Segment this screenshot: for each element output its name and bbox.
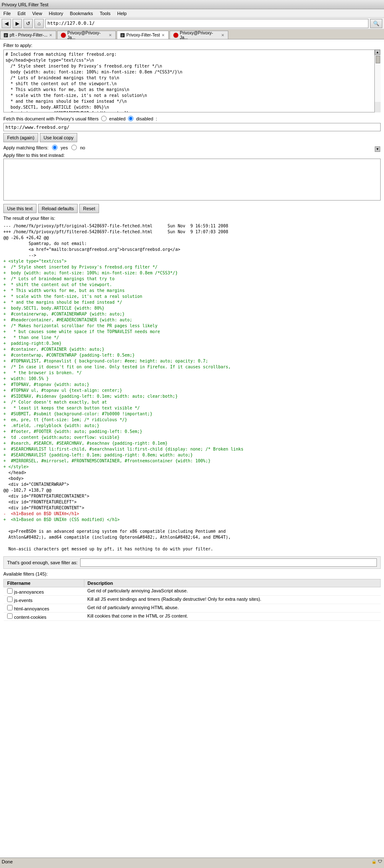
menu-help[interactable]: Help xyxy=(114,10,130,17)
menu-edit[interactable]: Edit xyxy=(14,10,29,17)
fetch-again-button[interactable]: Fetch (again) xyxy=(3,133,38,142)
available-filters-label: Available filters (145): xyxy=(3,571,381,576)
tab-1[interactable]: p pft - Privoxy-Filter-... ✕ xyxy=(0,31,56,39)
no-radio[interactable] xyxy=(71,145,77,150)
disabled-radio[interactable] xyxy=(128,116,133,121)
reset-button[interactable]: Reset xyxy=(79,204,99,213)
table-row: js-annoyancesGet rid of particularly ann… xyxy=(4,587,381,596)
url-input[interactable] xyxy=(3,123,381,131)
tabs-bar: p pft - Privoxy-Filter-... ✕ Privoxy@Pri… xyxy=(0,29,384,39)
diff-line-19: + * but causes some white space if the T… xyxy=(3,329,381,335)
use-local-copy-button[interactable]: Use local copy xyxy=(40,133,78,142)
save-input[interactable] xyxy=(80,558,377,567)
colon: : xyxy=(156,116,157,121)
reload-button[interactable]: ↺ xyxy=(24,19,33,28)
diff-line-15: + body.SECT1, body.ARTICLE {width: 80%} xyxy=(3,305,381,311)
diff-line-39: + #SEARCHNAVLIST li:first-child, #search… xyxy=(3,446,381,452)
diff-line-7: + <style type="text/css"> xyxy=(3,258,381,264)
tab-4[interactable]: Privoxy@Privoxy-Ja... ✕ xyxy=(170,31,228,39)
diff-line-36: + #footer, #FOOTER {width: auto; padding… xyxy=(3,429,381,435)
tab-icon-3: p xyxy=(120,33,125,37)
table-row: content-cookiesKill cookies that come in… xyxy=(4,613,381,621)
diff-line-20: + * than one line */ xyxy=(3,335,381,341)
filter-text-area[interactable] xyxy=(3,159,381,201)
diff-line-46: @@ -102,7 +138,7 @@ xyxy=(3,487,381,493)
reload-defaults-button[interactable]: Reload defaults xyxy=(38,204,78,213)
status-bar: Done 🔒 🛡 xyxy=(0,858,384,865)
tab-close-4[interactable]: ✕ xyxy=(221,33,225,37)
menu-view[interactable]: View xyxy=(29,10,46,17)
disabled-label: disabled xyxy=(136,116,153,121)
tab-label-3: Privoxy-Filter-Test xyxy=(126,33,160,37)
diff-line-3: @@ -26,6 +26,42 @@ xyxy=(3,235,381,241)
scroll-down-btn[interactable]: ▼ xyxy=(375,146,380,152)
address-input[interactable] xyxy=(47,21,366,26)
filter-checkbox-0[interactable] xyxy=(7,588,13,594)
apply-filters-row: Apply matching filters: yes no xyxy=(3,145,381,150)
code-line-6: * shift the content out of the viewport.… xyxy=(5,81,374,87)
diff-line-25: + /* In case it doesn't fit on one line.… xyxy=(3,364,381,370)
diff-line-47: <div id="FRONTFEATURECONTAINER"> xyxy=(3,493,381,499)
filter-code-box[interactable]: # Included from matching filter freebsd.… xyxy=(3,50,381,112)
tab-close-3[interactable]: ✕ xyxy=(162,33,165,37)
diff-output: --- /home/fk/privoxy/pft/original-542869… xyxy=(3,223,381,552)
diff-line-11: + * shift the content out of the viewpor… xyxy=(3,282,381,288)
filter-checkbox-2[interactable] xyxy=(7,605,13,610)
filter-description-cell: Kill cookies that come in the HTML or JS… xyxy=(84,613,380,621)
tab-3[interactable]: p Privoxy-Filter-Test ✕ xyxy=(117,31,169,39)
diff-line-38: + #search, #SEARCH, #SEARCHNAV, #seachna… xyxy=(3,441,381,446)
title-text: Privoxy URL Filter Test xyxy=(2,2,48,7)
filter-description-cell: Kill all JS event bindings and timers (R… xyxy=(84,596,380,604)
menu-tools[interactable]: Tools xyxy=(97,10,114,17)
filter-name: content-cookies xyxy=(14,615,47,620)
tab-label-1: pft - Privoxy-Filter-... xyxy=(10,33,47,37)
diff-line-1: --- /home/fk/privoxy/pft/original-542869… xyxy=(3,223,381,229)
menu-history[interactable]: History xyxy=(45,10,66,17)
code-line-9: * and the margins should be fixed instea… xyxy=(5,99,374,104)
filter-name-cell: js-annoyances xyxy=(4,587,84,596)
diff-line-43: </head> xyxy=(3,470,381,476)
diff-line-52 xyxy=(3,523,381,529)
filter-name-cell: js-events xyxy=(4,596,84,604)
menu-bar: File Edit View History Bookmarks Tools H… xyxy=(0,9,384,18)
action-buttons-row: Use this text Reload defaults Reset xyxy=(3,204,381,213)
diff-line-32: + * least it keeps the search button tex… xyxy=(3,405,381,411)
yes-radio[interactable] xyxy=(52,145,57,150)
tab-label-4: Privoxy@Privoxy-Ja... xyxy=(180,31,219,39)
menu-bookmarks[interactable]: Bookmarks xyxy=(67,10,97,17)
tab-close-1[interactable]: ✕ xyxy=(49,33,52,37)
status-icons: 🔒 🛡 xyxy=(371,859,382,864)
filter-name-cell: html-annoyances xyxy=(4,604,84,613)
code-line-1: # Included from matching filter freebsd.… xyxy=(5,52,374,57)
diff-line-53: <p>FreeBSD® is an advanced operating sys… xyxy=(3,529,381,534)
filter-checkbox-1[interactable] xyxy=(7,597,13,602)
filter-name: js-annoyances xyxy=(14,589,44,594)
diff-line-44: <body> xyxy=(3,476,381,482)
code-line-8: * scale with the font-size, it's not a r… xyxy=(5,93,374,99)
enabled-radio[interactable] xyxy=(101,116,107,121)
code-line-7: * This width works for me, but as the ma… xyxy=(5,87,374,93)
tab-icon-2 xyxy=(61,33,66,38)
use-this-text-button[interactable]: Use this text xyxy=(3,204,37,213)
forward-button[interactable]: ▶ xyxy=(13,19,22,28)
home-button[interactable]: ⌂ xyxy=(34,19,44,28)
filter-checkbox-3[interactable] xyxy=(7,613,13,619)
save-label: That's good enough, save filter as: xyxy=(7,560,78,565)
tab-icon-4 xyxy=(173,33,178,38)
apply-filters-label: Apply matching filters: xyxy=(3,145,49,150)
diff-line-14: + * and the margins should be fixed inst… xyxy=(3,300,381,305)
tab-close-2[interactable]: ✕ xyxy=(109,33,112,37)
diff-line-18: + /* Makes horizontal scrollbar for the … xyxy=(3,323,381,329)
filter-description-cell: Get rid of particularly annoying JavaScr… xyxy=(84,587,380,596)
tab-2[interactable]: Privoxy@Privoxy-Ja... ✕ xyxy=(57,31,116,39)
code-line-3: /* Style sheet inserted by Privoxy's fre… xyxy=(5,63,374,69)
diff-line-16: + #containerwrap, #CONTAINERWRAP {width:… xyxy=(3,311,381,317)
scroll-up-btn[interactable]: ▲ xyxy=(375,50,380,55)
diff-line-50: - <h1>Based on BSD UNIX®</h1> xyxy=(3,511,381,517)
scroll-thumb[interactable] xyxy=(376,56,380,63)
fetch-options-row: Fetch this document with Privoxy's usual… xyxy=(3,116,381,121)
menu-file[interactable]: File xyxy=(0,10,14,17)
code-scrollbar[interactable]: ▲ ▼ xyxy=(374,50,381,112)
search-button[interactable]: 🔍 xyxy=(370,19,382,28)
back-button[interactable]: ◀ xyxy=(2,19,11,28)
